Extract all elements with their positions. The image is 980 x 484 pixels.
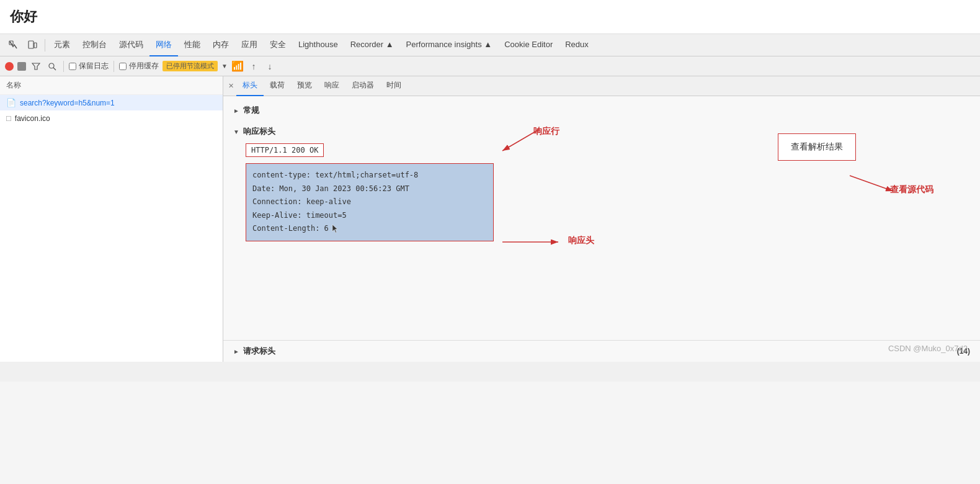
devtools-tabs-row: 元素 控制台 源代码 网络 性能 内存 应用 安全 Lighthouse Rec… (0, 34, 980, 56)
detail-tab-timing[interactable]: 时间 (380, 76, 408, 96)
disable-cache-checkbox[interactable]: 停用缓存 (119, 61, 159, 71)
view-parse-result-text: 查看解析结果 (791, 141, 843, 151)
file-item-favicon[interactable]: □ favicon.ico (0, 110, 223, 126)
detail-tab-initiator[interactable]: 启动器 (345, 76, 380, 96)
preserve-log-checkbox[interactable]: 保留日志 (69, 61, 109, 71)
tab-recorder[interactable]: Recorder ▲ (344, 34, 400, 56)
svg-point-4 (49, 63, 54, 68)
device-icon[interactable] (24, 34, 41, 56)
file-list-header: 名称 (0, 76, 223, 95)
svg-marker-3 (32, 63, 40, 69)
response-headers-label: 响应标头 (243, 126, 275, 137)
header-connection: Connection: keep-alive (252, 195, 487, 209)
tab-lighthouse[interactable]: Lighthouse (292, 34, 344, 56)
response-headers-box: content-type: text/html;charset=utf-8 Da… (246, 163, 494, 241)
file-img-icon: □ (6, 114, 11, 123)
svg-rect-1 (29, 41, 33, 48)
filter-button[interactable] (30, 60, 42, 73)
tab-elements[interactable]: 元素 (48, 34, 76, 56)
tab-performance-insights[interactable]: Performance insights ▲ (400, 34, 499, 56)
annotation-response-head: 响应头 (496, 233, 571, 251)
watermark: CSDN @Muko_0x7d2 (888, 344, 968, 353)
tab-security[interactable]: 安全 (264, 34, 292, 56)
file-name-search: search?keyword=h5&num=1 (20, 99, 115, 107)
tab-performance[interactable]: 性能 (178, 34, 207, 56)
tab-application[interactable]: 应用 (235, 34, 264, 56)
annotation-response-line: 响应行 (490, 126, 546, 157)
throttle-badge[interactable]: 已停用节流模式 (163, 61, 218, 71)
file-item-search[interactable]: 📄 search?keyword=h5&num=1 (0, 95, 223, 110)
response-headers-section-header[interactable]: ▼ 响应标头 (233, 123, 970, 140)
file-doc-icon: 📄 (6, 98, 16, 107)
detail-tabs-row: ✕ 标头 载荷 预览 响应 启动器 时间 (223, 76, 980, 96)
search-button[interactable] (46, 60, 58, 73)
detail-content: ► 常规 ▼ 响应标头 HTTP/1.1 200 OK content-type… (223, 96, 980, 362)
request-headers-section[interactable]: ► 请求标头 (14) (223, 340, 980, 362)
tab-redux[interactable]: Redux (559, 34, 595, 56)
general-section-header[interactable]: ► 常规 (233, 102, 970, 119)
tab-memory[interactable]: 内存 (207, 34, 235, 56)
header-keep-alive: Keep-Alive: timeout=5 (252, 209, 487, 223)
devtools-panel: 元素 控制台 源代码 网络 性能 内存 应用 安全 Lighthouse Rec… (0, 34, 980, 382)
request-arrow-icon: ► (233, 348, 239, 355)
tab-sources[interactable]: 源代码 (113, 34, 149, 56)
inspect-icon[interactable] (5, 34, 22, 56)
detail-tab-headers[interactable]: 标头 (236, 76, 264, 96)
greeting-text: 你好 (10, 9, 37, 24)
svg-line-5 (53, 68, 56, 70)
main-content: 名称 📄 search?keyword=h5&num=1 □ favicon.i… (0, 76, 980, 362)
file-list-panel: 名称 📄 search?keyword=h5&num=1 □ favicon.i… (0, 76, 223, 362)
file-list-header-label: 名称 (6, 80, 21, 91)
view-parse-result-box: 查看解析结果 (778, 133, 856, 161)
detail-tab-response[interactable]: 响应 (318, 76, 345, 96)
svg-rect-2 (34, 43, 37, 48)
toolbar-sep-1 (63, 61, 64, 72)
detail-tab-payload[interactable]: 载荷 (264, 76, 291, 96)
response-arrow-icon: ▼ (233, 128, 239, 135)
throttle-dropdown-arrow[interactable]: ▼ (221, 63, 228, 69)
detail-panel: ✕ 标头 载荷 预览 响应 启动器 时间 (223, 76, 980, 362)
general-arrow-icon: ► (233, 107, 239, 114)
annotation-view-source: 查看源代码 (844, 169, 912, 202)
general-label: 常规 (243, 105, 259, 116)
record-button[interactable] (5, 62, 14, 71)
request-headers-label: 请求标头 (243, 346, 275, 357)
header-content-length: Content-Length: 6 (252, 222, 487, 236)
header-content-type: content-type: text/html;charset=utf-8 (252, 169, 487, 182)
stop-button[interactable] (17, 62, 26, 71)
tab-separator (45, 39, 45, 52)
detail-tab-close-icon[interactable]: ✕ (228, 82, 234, 90)
toolbar-sep-2 (114, 61, 114, 72)
file-name-favicon: favicon.ico (15, 114, 50, 123)
upload-icon[interactable]: ↑ (247, 60, 260, 73)
network-toolbar: 保留日志 停用缓存 已停用节流模式 ▼ 📶 ↑ ↓ (0, 56, 980, 76)
header-date: Date: Mon, 30 Jan 2023 00:56:23 GMT (252, 182, 487, 196)
tab-network[interactable]: 网络 (149, 34, 178, 56)
wifi-icon[interactable]: 📶 (231, 60, 244, 73)
annotation-response-line-text: 响应行 (533, 126, 559, 137)
annotation-view-source-text: 查看源代码 (890, 184, 933, 195)
http-status-line: HTTP/1.1 200 OK (246, 143, 324, 157)
tab-cookie-editor[interactable]: Cookie Editor (498, 34, 559, 56)
tab-console[interactable]: 控制台 (76, 34, 113, 56)
page-title: 你好 (0, 0, 980, 34)
detail-tab-preview[interactable]: 预览 (291, 76, 318, 96)
annotation-response-head-text: 响应头 (568, 235, 594, 246)
download-icon[interactable]: ↓ (264, 60, 276, 73)
